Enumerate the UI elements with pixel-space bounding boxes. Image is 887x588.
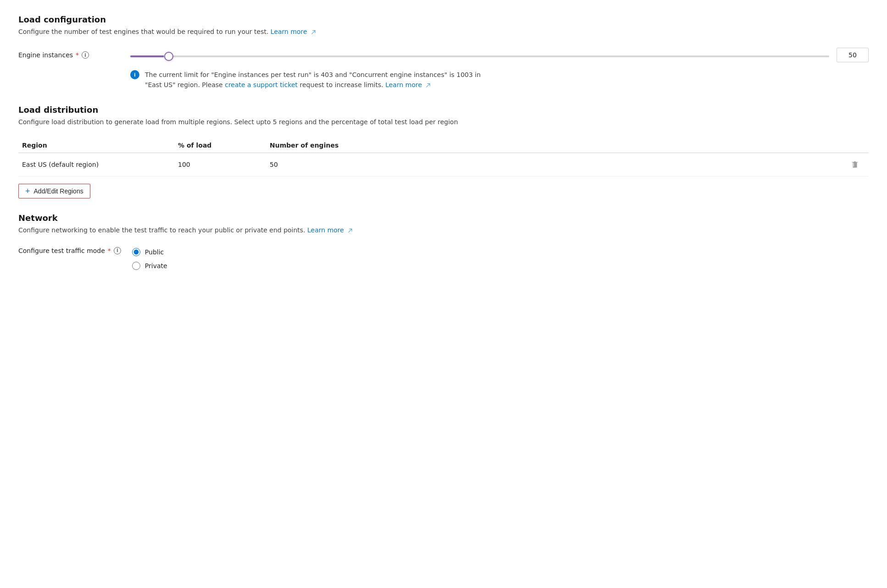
engine-limit-info-banner: i The current limit for "Engine instance… xyxy=(130,70,488,90)
traffic-mode-row: Configure test traffic mode * i Public P… xyxy=(18,246,869,270)
required-star: * xyxy=(76,51,79,59)
load-distribution-section: Load distribution Configure load distrib… xyxy=(18,105,869,213)
private-radio-label: Private xyxy=(145,262,167,269)
load-config-learn-more-link[interactable]: Learn more xyxy=(271,28,316,35)
col-engines-header: Number of engines xyxy=(266,142,841,149)
create-support-ticket-link[interactable]: create a support ticket xyxy=(225,81,299,88)
traffic-mode-required-star: * xyxy=(108,247,111,254)
slider-wrapper xyxy=(130,51,829,59)
load-config-desc: Configure the number of test engines tha… xyxy=(18,27,869,37)
traffic-mode-info-icon[interactable]: i xyxy=(114,247,121,254)
cell-region: East US (default region) xyxy=(18,161,174,168)
region-table: Region % of load Number of engines East … xyxy=(18,138,869,176)
private-radio-option[interactable]: Private xyxy=(132,262,167,270)
network-learn-more-link[interactable]: Learn more xyxy=(307,226,353,234)
engine-instances-slider[interactable] xyxy=(130,55,829,57)
traffic-mode-label: Configure test traffic mode * i xyxy=(18,246,121,254)
load-dist-title: Load distribution xyxy=(18,105,869,115)
traffic-mode-radio-group: Public Private xyxy=(132,248,167,270)
load-dist-desc: Configure load distribution to generate … xyxy=(18,117,869,127)
public-radio-label: Public xyxy=(145,248,164,256)
load-config-title: Load configuration xyxy=(18,15,869,24)
info-banner-learn-more-link[interactable]: Learn more xyxy=(385,81,431,88)
cell-percent-load: 100 xyxy=(174,161,266,168)
info-banner-text: The current limit for "Engine instances … xyxy=(145,70,488,90)
plus-icon: + xyxy=(25,187,30,195)
network-desc: Configure networking to enable the test … xyxy=(18,225,869,235)
network-title: Network xyxy=(18,213,869,223)
info-learn-more-external-icon xyxy=(425,82,431,88)
engine-instances-row: Engine instances * i 50 xyxy=(18,48,869,62)
private-radio-input[interactable] xyxy=(132,262,140,270)
engine-instances-info-icon[interactable]: i xyxy=(82,51,89,59)
engine-instances-label: Engine instances * i xyxy=(18,51,119,59)
public-radio-option[interactable]: Public xyxy=(132,248,167,256)
table-header: Region % of load Number of engines xyxy=(18,138,869,153)
info-banner-icon: i xyxy=(130,70,139,79)
col-actions-header xyxy=(841,142,869,149)
col-load-header: % of load xyxy=(174,142,266,149)
public-radio-input[interactable] xyxy=(132,248,140,256)
external-link-icon xyxy=(310,29,316,35)
slider-value-display: 50 xyxy=(837,48,869,62)
add-edit-regions-label: Add/Edit Regions xyxy=(34,187,83,195)
add-edit-regions-button[interactable]: + Add/Edit Regions xyxy=(18,184,90,198)
network-learn-more-external-icon xyxy=(347,228,353,233)
trash-icon xyxy=(851,160,859,169)
slider-container: 50 xyxy=(130,48,869,62)
table-row: East US (default region) 100 50 xyxy=(18,153,869,176)
col-region-header: Region xyxy=(18,142,174,149)
load-configuration-section: Load configuration Configure the number … xyxy=(18,15,869,90)
cell-num-engines: 50 xyxy=(266,161,841,168)
network-section: Network Configure networking to enable t… xyxy=(18,213,869,270)
delete-row-button[interactable] xyxy=(841,159,869,170)
